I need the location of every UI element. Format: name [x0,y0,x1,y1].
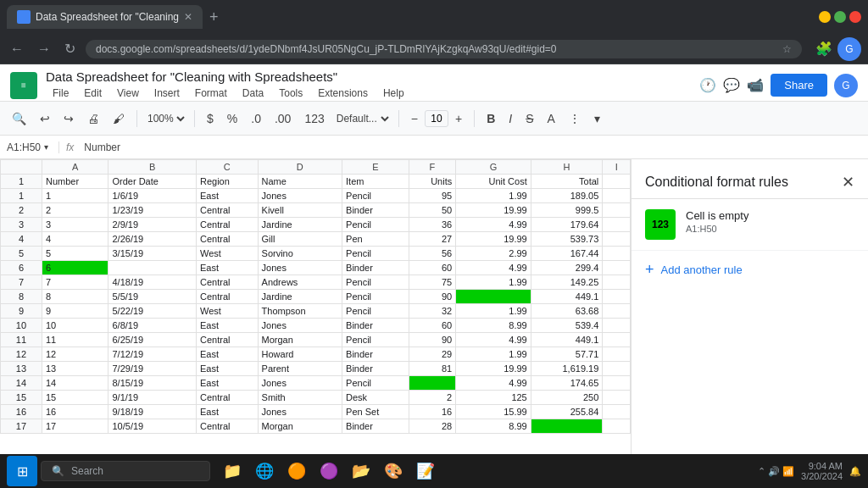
cell-D3[interactable]: Kivell [258,203,342,218]
bold-btn[interactable]: B [481,108,500,129]
cell-G15[interactable]: 4.99 [456,376,531,391]
url-bar[interactable]: docs.google.com/spreadsheets/d/1ydeDNbmf… [86,40,802,58]
cell-A16[interactable]: 15 [42,391,108,405]
cell-E1[interactable]: Item [342,175,409,189]
cell-A12[interactable]: 11 [42,333,108,347]
menu-data[interactable]: Data [236,86,270,101]
cell-G11[interactable]: 8.99 [456,319,531,333]
back-button[interactable]: ← [7,38,27,60]
cell-I13[interactable] [603,347,631,362]
cell-I16[interactable] [603,391,631,405]
cell-I14[interactable] [603,362,631,376]
col-header-H[interactable]: H [531,160,603,175]
reload-button[interactable]: ↻ [61,37,79,60]
cell-B7[interactable] [108,261,197,275]
cell-H8[interactable]: 149.25 [531,275,603,290]
row-num-16[interactable]: 15 [1,391,42,405]
row-num-12[interactable]: 11 [1,333,42,347]
row-num-11[interactable]: 10 [1,319,42,333]
more-toolbar-btn[interactable]: ⋮ [564,108,586,129]
col-header-A[interactable]: A [42,160,108,175]
cell-D2[interactable]: Jones [258,189,342,203]
user-avatar[interactable]: G [834,74,858,97]
cell-I3[interactable] [603,203,631,218]
cell-D12[interactable]: Morgan [258,333,342,347]
cell-I15[interactable] [603,376,631,391]
cell-I11[interactable] [603,319,631,333]
row-num-8[interactable]: 7 [1,275,42,290]
cell-D13[interactable]: Howard [258,347,342,362]
paint-format-btn[interactable]: 🖌 [108,108,130,129]
strikethrough-btn[interactable]: S [520,108,538,129]
cell-B9[interactable]: 5/5/19 [108,290,197,304]
cell-B12[interactable]: 6/25/19 [108,333,197,347]
cell-F11[interactable]: 60 [409,319,456,333]
new-tab-button[interactable]: + [209,8,219,26]
cell-G13[interactable]: 1.99 [456,347,531,362]
cell-B14[interactable]: 7/29/19 [108,362,197,376]
cell-E2[interactable]: Pencil [342,189,409,203]
history-icon[interactable]: 🕐 [699,77,716,93]
cell-D14[interactable]: Parent [258,362,342,376]
row-num-7[interactable]: 6 [1,261,42,275]
cell-D1[interactable]: Name [258,175,342,189]
browser-tab[interactable]: Data Spreadsheet for "Cleaning ✕ [7,5,203,29]
cell-B10[interactable]: 5/22/19 [108,304,197,319]
share-button[interactable]: Share [771,74,827,97]
expand-toolbar-btn[interactable]: ▾ [589,108,605,129]
cell-H13[interactable]: 57.71 [531,347,603,362]
cell-G14[interactable]: 19.99 [456,362,531,376]
cell-E15[interactable]: Pencil [342,376,409,391]
font-size-increase-btn[interactable]: + [450,108,467,129]
cell-G6[interactable]: 2.99 [456,247,531,261]
cell-C6[interactable]: West [196,247,258,261]
video-icon[interactable]: 📹 [747,77,764,93]
col-header-E[interactable]: E [342,160,409,175]
cell-C11[interactable]: East [196,319,258,333]
cell-F9[interactable]: 90 [409,290,456,304]
cell-G3[interactable]: 19.99 [456,203,531,218]
col-header-C[interactable]: C [196,160,258,175]
cell-G10[interactable]: 1.99 [456,304,531,319]
cell-D4[interactable]: Jardine [258,218,342,232]
cell-A8[interactable]: 7 [42,275,108,290]
cell-I17[interactable] [603,405,631,419]
col-header-B[interactable]: B [108,160,197,175]
cell-C7[interactable]: East [196,261,258,275]
cell-E18[interactable]: Binder [342,419,409,434]
cell-F15[interactable] [409,376,456,391]
cell-D18[interactable]: Morgan [258,419,342,434]
col-header-D[interactable]: D [258,160,342,175]
row-num-13[interactable]: 12 [1,347,42,362]
cell-H3[interactable]: 999.5 [531,203,603,218]
taskbar-chrome[interactable]: 🟠 [281,456,312,486]
cell-G2[interactable]: 1.99 [456,189,531,203]
maximize-button[interactable] [834,11,846,23]
extensions-icon[interactable]: 🧩 [815,41,832,57]
cell-B17[interactable]: 9/18/19 [108,405,197,419]
cell-D8[interactable]: Andrews [258,275,342,290]
cell-H9[interactable]: 449.1 [531,290,603,304]
row-num-17[interactable]: 16 [1,405,42,419]
close-button[interactable] [849,11,861,23]
cell-H15[interactable]: 174.65 [531,376,603,391]
cell-I7[interactable] [603,261,631,275]
cell-I6[interactable] [603,247,631,261]
cell-D6[interactable]: Sorvino [258,247,342,261]
row-num-15[interactable]: 14 [1,376,42,391]
cell-D11[interactable]: Jones [258,319,342,333]
menu-format[interactable]: Format [188,86,234,101]
cell-D16[interactable]: Smith [258,391,342,405]
menu-edit[interactable]: Edit [77,86,108,101]
cell-E8[interactable]: Pencil [342,275,409,290]
cell-H7[interactable]: 299.4 [531,261,603,275]
cell-G17[interactable]: 15.99 [456,405,531,419]
cell-A7[interactable]: 6 [42,261,108,275]
notification-icon[interactable]: 🔔 [849,466,861,477]
cell-I9[interactable] [603,290,631,304]
cell-B11[interactable]: 6/8/19 [108,319,197,333]
cell-H18[interactable] [531,419,603,434]
number-format-btn[interactable]: 123 [299,108,329,129]
cf-rule-item[interactable]: 123 Cell is empty A1:H50 [632,199,868,251]
cell-G18[interactable]: 8.99 [456,419,531,434]
